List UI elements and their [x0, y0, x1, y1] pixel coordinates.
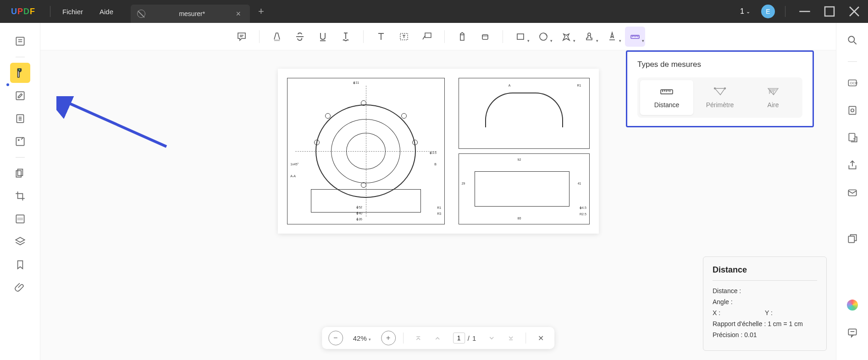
close-bar-button[interactable]: ✕ — [533, 331, 548, 345]
page-indicator: / 1 — [449, 333, 480, 344]
circle-tool-icon[interactable] — [533, 27, 553, 47]
measure-area-option[interactable]: Aire — [746, 80, 800, 115]
ocr-icon[interactable]: OCR — [843, 74, 862, 92]
zoom-in-button[interactable]: + — [381, 331, 396, 345]
last-page-button[interactable] — [503, 331, 518, 345]
measure-perimeter-option[interactable]: Périmètre — [693, 80, 746, 115]
svg-rect-1 — [825, 7, 834, 16]
pdf-page: ϕ31 1x45° A-A ϕ26 ϕ40 ϕ52 ϕ3.5 B R1 R3 — [278, 69, 599, 234]
document-tab[interactable]: mesurer* × — [131, 5, 250, 23]
first-page-button[interactable] — [411, 331, 426, 345]
svg-rect-13 — [16, 137, 24, 145]
highlight-tool-icon[interactable] — [267, 27, 287, 47]
svg-point-46 — [714, 88, 716, 89]
scale-label: Rapport d'échelle : 1 cm = 1 cm — [713, 320, 803, 327]
form-tool-icon[interactable] — [10, 131, 30, 152]
svg-rect-8 — [16, 92, 24, 99]
svg-point-56 — [848, 36, 854, 42]
svg-point-31 — [588, 33, 591, 36]
svg-rect-18 — [17, 218, 22, 220]
pencil-tool-icon[interactable] — [452, 27, 472, 47]
ai-assistant-icon[interactable] — [843, 296, 862, 314]
zoom-page-bar: − 42% + / 1 ✕ — [322, 327, 555, 349]
popup-title: Types de mesures — [637, 60, 802, 69]
svg-rect-7 — [18, 69, 20, 71]
email-icon[interactable] — [843, 184, 862, 202]
minimize-button[interactable] — [796, 2, 814, 21]
svg-point-47 — [724, 88, 726, 89]
y-value-label: Y : — [765, 309, 817, 316]
callout-tool-icon[interactable] — [417, 27, 437, 47]
stamp-tool-icon[interactable] — [556, 27, 576, 47]
attachment-icon[interactable] — [10, 278, 30, 298]
user-avatar[interactable]: E — [761, 5, 775, 18]
svg-rect-16 — [16, 171, 21, 177]
x-value-label: X : — [713, 309, 765, 316]
svg-point-14 — [18, 140, 19, 141]
rectangle-tool-icon[interactable] — [510, 27, 531, 47]
document-canvas[interactable]: ϕ31 1x45° A-A ϕ26 ϕ40 ϕ52 ϕ3.5 B R1 R3 — [40, 50, 836, 360]
page-tool-icon[interactable] — [10, 109, 30, 129]
tab-title: mesurer* — [151, 10, 233, 17]
svg-rect-4 — [16, 37, 24, 45]
bookmark-icon[interactable] — [10, 255, 30, 275]
svg-rect-62 — [849, 133, 855, 141]
zoom-level[interactable]: 42% — [348, 334, 376, 342]
window-count[interactable]: 1 ⌄ — [735, 5, 755, 17]
comments-panel-icon[interactable] — [843, 323, 862, 342]
annotation-toolbar — [40, 23, 836, 50]
measure-types-popup: Types de mesures Distance Périmètre Aire — [626, 50, 814, 127]
angle-value-label: Angle : — [713, 298, 817, 305]
menu-help[interactable]: Aide — [91, 8, 122, 16]
new-tab-button[interactable]: + — [250, 5, 272, 17]
next-page-button[interactable] — [484, 331, 499, 345]
svg-rect-60 — [849, 106, 856, 114]
svg-rect-29 — [517, 34, 524, 39]
organize-tool-icon[interactable] — [10, 163, 30, 183]
svg-rect-28 — [482, 35, 488, 37]
left-sidebar — [0, 23, 40, 360]
reader-mode-icon[interactable] — [10, 31, 30, 51]
stamp2-tool-icon[interactable] — [579, 27, 599, 47]
svg-rect-25 — [425, 33, 431, 38]
tab-doc-icon — [137, 10, 145, 18]
prev-page-button[interactable] — [430, 331, 445, 345]
main-area: ϕ31 1x45° A-A ϕ26 ϕ40 ϕ52 ϕ3.5 B R1 R3 — [40, 23, 836, 360]
svg-rect-15 — [17, 169, 22, 175]
layers-icon[interactable] — [10, 232, 30, 252]
search-icon[interactable] — [843, 31, 862, 49]
squiggly-tool-icon[interactable] — [336, 27, 356, 47]
batch-icon[interactable] — [843, 229, 862, 248]
text-tool-icon[interactable] — [371, 27, 391, 47]
menu-file[interactable]: Fichier — [54, 8, 91, 16]
svg-point-61 — [851, 109, 854, 112]
protect-icon[interactable] — [843, 101, 862, 120]
measure-tool-icon[interactable] — [625, 27, 645, 47]
precision-label: Précision : 0.01 — [713, 331, 757, 338]
signature-tool-icon[interactable] — [602, 27, 622, 47]
distance-value-label: Distance : — [713, 287, 817, 295]
comment-tool-icon[interactable] — [10, 63, 30, 83]
right-sidebar: OCR — [836, 23, 868, 360]
share-icon[interactable] — [843, 156, 862, 175]
redact-tool-icon[interactable] — [10, 209, 30, 229]
distance-info-panel: Distance Distance : Angle : X :Y : Rappo… — [703, 256, 827, 351]
tab-close-icon[interactable]: × — [233, 9, 244, 19]
close-button[interactable] — [845, 2, 863, 21]
underline-tool-icon[interactable] — [313, 27, 333, 47]
edit-tool-icon[interactable] — [10, 86, 30, 106]
eraser-tool-icon[interactable] — [475, 27, 495, 47]
page-input[interactable] — [453, 333, 465, 344]
app-logo: UPDF — [0, 7, 46, 16]
measure-distance-option[interactable]: Distance — [640, 80, 693, 115]
crop-tool-icon[interactable] — [10, 186, 30, 206]
note-tool-icon[interactable] — [232, 27, 252, 47]
strikethrough-tool-icon[interactable] — [290, 27, 310, 47]
zoom-out-button[interactable]: − — [328, 331, 343, 345]
maximize-button[interactable] — [820, 2, 839, 21]
titlebar: UPDF Fichier Aide mesurer* × + 1 ⌄ E — [0, 0, 868, 23]
svg-text:OCR: OCR — [850, 81, 857, 85]
export-icon[interactable] — [843, 129, 862, 147]
textbox-tool-icon[interactable] — [394, 27, 414, 47]
info-panel-title: Distance — [713, 265, 817, 281]
